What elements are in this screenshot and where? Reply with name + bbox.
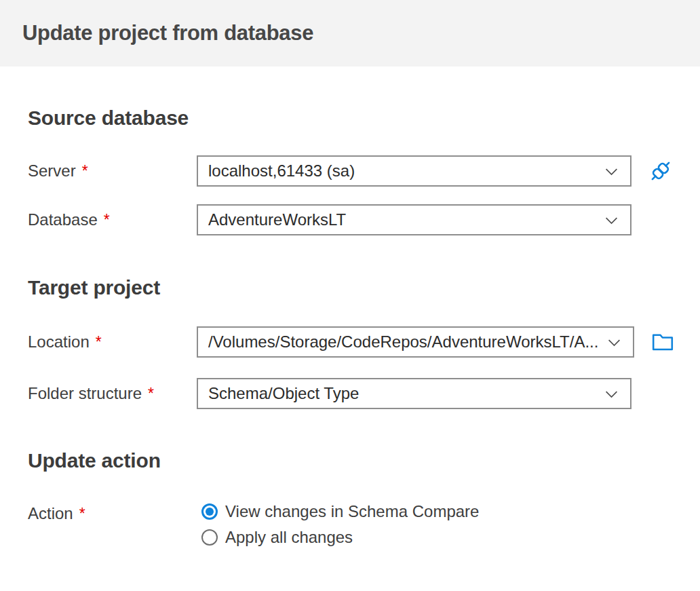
required-asterisk: * bbox=[104, 211, 110, 229]
action-row: Action* View changes in Schema Compare A… bbox=[28, 503, 672, 546]
location-row: Location* /Volumes/Storage/CodeRepos/Adv… bbox=[28, 326, 672, 358]
folder-structure-label: Folder structure* bbox=[28, 384, 197, 403]
database-dropdown-value: AdventureWorksLT bbox=[208, 210, 596, 229]
dialog-title: Update project from database bbox=[22, 21, 313, 45]
chevron-down-icon bbox=[602, 385, 621, 403]
radio-option-label: View changes in Schema Compare bbox=[225, 502, 479, 521]
section-heading-source-database: Source database bbox=[28, 105, 672, 131]
location-dropdown-value: /Volumes/Storage/CodeRepos/AdventureWork… bbox=[208, 332, 598, 351]
radio-option-label: Apply all changes bbox=[225, 528, 353, 547]
server-dropdown-value: localhost,61433 (sa) bbox=[208, 161, 596, 180]
server-dropdown[interactable]: localhost,61433 (sa) bbox=[197, 155, 631, 187]
action-radio-group: View changes in Schema Compare Apply all… bbox=[201, 503, 479, 546]
required-asterisk: * bbox=[82, 162, 88, 180]
location-dropdown[interactable]: /Volumes/Storage/CodeRepos/AdventureWork… bbox=[197, 326, 634, 358]
dialog-body: Source database Server* localhost,61433 … bbox=[0, 105, 700, 546]
required-asterisk: * bbox=[79, 505, 85, 522]
server-row: Server* localhost,61433 (sa) bbox=[28, 155, 672, 187]
server-label: Server* bbox=[28, 161, 197, 180]
section-heading-target-project: Target project bbox=[28, 275, 672, 301]
section-heading-update-action: Update action bbox=[28, 448, 672, 474]
folder-structure-row: Folder structure* Schema/Object Type bbox=[28, 378, 672, 409]
chevron-down-icon bbox=[605, 333, 623, 351]
location-label: Location* bbox=[28, 332, 197, 351]
action-label: Action* bbox=[28, 503, 197, 523]
required-asterisk: * bbox=[148, 385, 154, 402]
folder-browse-icon[interactable] bbox=[650, 329, 675, 355]
chevron-down-icon bbox=[602, 211, 621, 229]
radio-button-icon bbox=[201, 529, 218, 546]
folder-structure-dropdown-value: Schema/Object Type bbox=[208, 384, 596, 403]
radio-view-changes-in-schema-compare[interactable]: View changes in Schema Compare bbox=[201, 503, 479, 520]
database-row: Database* AdventureWorksLT bbox=[28, 204, 672, 235]
radio-apply-all-changes[interactable]: Apply all changes bbox=[201, 529, 479, 546]
chevron-down-icon bbox=[602, 162, 621, 180]
radio-button-icon bbox=[201, 503, 218, 520]
connect-plug-icon[interactable] bbox=[648, 158, 674, 184]
required-asterisk: * bbox=[96, 333, 102, 351]
database-dropdown[interactable]: AdventureWorksLT bbox=[197, 204, 631, 235]
dialog-header: Update project from database bbox=[0, 0, 700, 66]
database-label: Database* bbox=[28, 210, 197, 229]
folder-structure-dropdown[interactable]: Schema/Object Type bbox=[197, 378, 631, 409]
